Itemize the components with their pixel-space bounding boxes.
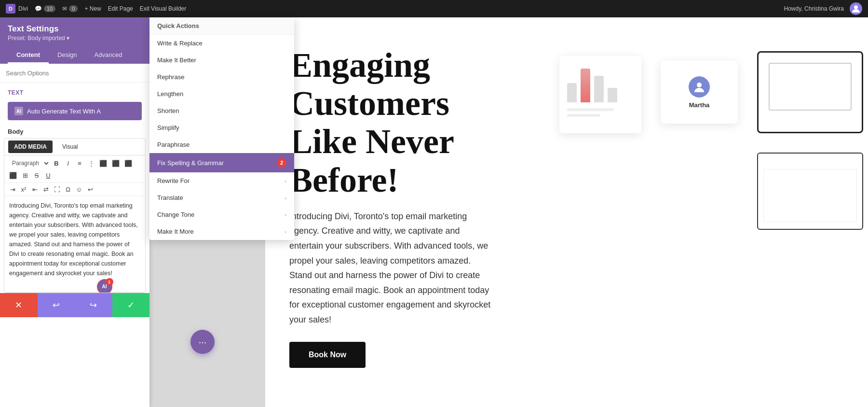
menu-item-make-it-more[interactable]: Make It More › [149, 223, 294, 240]
bar-4 [608, 88, 617, 102]
ordered-list-button[interactable]: ⋮ [86, 158, 96, 168]
tab-advanced[interactable]: Advanced [86, 47, 131, 64]
admin-bar-right: Howdy, Christina Gwira [784, 2, 862, 15]
panel-tabs: Content Design Advanced [8, 47, 142, 64]
menu-item-write-replace[interactable]: Write & Replace [149, 35, 294, 52]
align-left-button[interactable]: ⬛ [97, 158, 109, 168]
menu-item-rewrite-for[interactable]: Rewrite For › [149, 172, 294, 189]
superscript-button[interactable]: x² [18, 184, 29, 195]
comments-count[interactable]: 💬 10 [35, 5, 55, 12]
search-bar[interactable] [0, 64, 149, 83]
panel-preset[interactable]: Preset: Body imported ▾ [8, 35, 142, 42]
admin-bar: D Divi 💬 10 ✉ 0 + New Edit Page Exit Vis… [0, 0, 868, 17]
confirm-button[interactable]: ✓ [112, 293, 150, 317]
widget-card-bottom [757, 153, 863, 230]
user-avatar[interactable] [850, 2, 862, 15]
menu-item-translate[interactable]: Translate › [149, 189, 294, 206]
book-now-button[interactable]: Book Now [289, 342, 366, 368]
card-line-2 [567, 114, 600, 117]
widget-card-top [757, 51, 863, 133]
special-char-button[interactable]: Ω [63, 184, 73, 195]
menu-item-change-tone[interactable]: Change Tone › [149, 206, 294, 223]
toolbar-top: ADD MEDIA Visual [4, 139, 145, 155]
hero-title: Engaging Customers Like Never Before! [289, 46, 530, 199]
bottom-toolbar: ✕ ↩ ↪ ✓ [0, 293, 149, 317]
justify-button[interactable]: ⬛ [7, 170, 19, 181]
unordered-list-button[interactable]: ≡ [74, 158, 85, 168]
fullscreen-button[interactable]: ⛶ [52, 184, 62, 195]
profile-avatar [689, 76, 710, 98]
cancel-button[interactable]: ✕ [0, 293, 38, 317]
chevron-right-icon: › [285, 212, 286, 218]
chevron-right-icon: › [285, 195, 286, 201]
editor-content[interactable]: Introducing Divi, Toronto's top email ma… [4, 196, 145, 293]
new-button[interactable]: + New [84, 5, 101, 12]
page-canvas: Engaging Customers Like Never Before! In… [265, 17, 868, 407]
section-label: Text [0, 83, 149, 99]
body-label: Body [0, 125, 149, 138]
undo-action-button[interactable]: ↩ [38, 293, 75, 317]
visual-tab[interactable]: Visual [56, 140, 83, 153]
undo-button[interactable]: ↩ [85, 184, 95, 195]
tab-design[interactable]: Design [49, 47, 85, 64]
bar-2-accent [581, 69, 590, 102]
menu-item-rephrase[interactable]: Rephrase [149, 69, 294, 85]
svg-point-0 [854, 5, 858, 9]
brand-name: Divi [18, 5, 28, 12]
bar-1 [567, 83, 577, 102]
svg-point-1 [697, 83, 702, 87]
chevron-right-icon: › [285, 229, 286, 235]
align-right-button[interactable]: ⬛ [122, 158, 134, 168]
indent-button[interactable]: ⇥ [7, 184, 18, 195]
fix-spelling-badge: 2 [277, 158, 286, 168]
exit-visual-builder-button[interactable]: Exit Visual Builder [140, 5, 187, 12]
message-icon: ✉ [62, 5, 67, 12]
admin-bar-left: D Divi 💬 10 ✉ 0 + New Edit Page Exit Vis… [6, 4, 186, 14]
editor-toolbar: ADD MEDIA Visual Paragraph Heading 1 Hea… [4, 138, 146, 293]
menu-item-shorten[interactable]: Shorten [149, 102, 294, 119]
table-button[interactable]: ⊞ [20, 170, 30, 181]
strikethrough-button[interactable]: S [31, 170, 42, 181]
chevron-right-icon: › [285, 178, 286, 184]
menu-item-paraphrase[interactable]: Paraphrase [149, 136, 294, 153]
redo-action-button[interactable]: ↪ [75, 293, 112, 317]
comment-icon: 💬 [35, 5, 42, 12]
ai-generate-button[interactable]: AI Auto Generate Text With A [8, 102, 142, 120]
profile-name: Martha [689, 101, 710, 109]
tab-content[interactable]: Content [8, 47, 49, 64]
messages-count[interactable]: ✉ 0 [62, 5, 78, 12]
left-panel: Text Settings Preset: Body imported ▾ Co… [0, 17, 149, 407]
edit-page-button[interactable]: Edit Page [108, 5, 133, 12]
bar-3 [594, 76, 604, 102]
underline-button[interactable]: U [43, 170, 54, 181]
toolbar-row2: ⇥ x² ⇤ ⇄ ⛶ Ω ☺ ↩ [4, 183, 145, 196]
paragraph-select[interactable]: Paragraph Heading 1 Heading 2 [7, 157, 50, 169]
menu-item-simplify[interactable]: Simplify [149, 119, 294, 136]
editor-text: Introducing Divi, Toronto's top email ma… [9, 202, 138, 277]
card-line-1 [567, 108, 614, 111]
menu-item-make-it-better[interactable]: Make It Better [149, 52, 294, 69]
outdent-button[interactable]: ⇤ [29, 184, 40, 195]
emoji-button[interactable]: ☺ [74, 184, 84, 195]
howdy-text: Howdy, Christina Gwira [784, 5, 844, 12]
ai-icon: AI [14, 107, 23, 115]
align-center-button[interactable]: ⬛ [110, 158, 122, 168]
menu-item-lengthen[interactable]: Lengthen [149, 85, 294, 102]
italic-button[interactable]: I [63, 158, 73, 168]
panel-header: Text Settings Preset: Body imported ▾ Co… [0, 17, 149, 64]
add-media-button[interactable]: ADD MEDIA [8, 140, 53, 153]
hero-body: Introducing Divi, Toronto's top email ma… [289, 209, 492, 327]
format-toolbar: Paragraph Heading 1 Heading 2 B I ≡ ⋮ ⬛ … [4, 155, 145, 183]
rtl-button[interactable]: ⇄ [41, 184, 51, 195]
chart-bars [567, 64, 634, 102]
ai-generate-label: Auto Generate Text With A [27, 108, 101, 115]
bold-button[interactable]: B [51, 158, 62, 168]
menu-header: Quick Actions [149, 17, 294, 35]
menu-item-fix-spelling[interactable]: Fix Spelling & Grammar 2 [149, 153, 294, 172]
quick-actions-dropdown: Quick Actions Write & Replace Make It Be… [149, 17, 294, 240]
fab-button[interactable]: ··· [190, 330, 215, 354]
panel-title: Text Settings [8, 24, 142, 34]
hero-section: Engaging Customers Like Never Before! In… [265, 17, 868, 387]
brand-logo: D Divi [6, 4, 28, 14]
search-input[interactable] [6, 70, 144, 77]
